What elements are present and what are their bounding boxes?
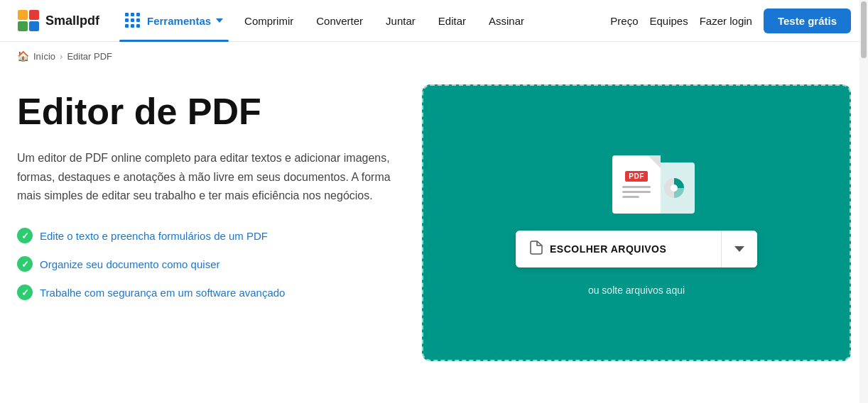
choose-files-button[interactable]: ESCOLHER ARQUIVOS: [516, 231, 722, 267]
feature-item-2: Organize seu documento como quiser: [17, 256, 394, 272]
breadcrumb-current: Editar PDF: [67, 51, 112, 62]
nav-right: Preço Equipes Fazer login Teste grátis: [610, 9, 851, 33]
check-icon-2: [17, 256, 33, 272]
left-panel: Editor de PDF Um editor de PDF online co…: [17, 84, 394, 300]
header: Smallpdf Ferramentas Comprimir Converter…: [0, 0, 868, 42]
doc-line-3: [622, 196, 639, 198]
logo-text: Smallpdf: [45, 13, 99, 28]
trial-button[interactable]: Teste grátis: [764, 9, 851, 33]
file-upload-icon: [530, 241, 543, 255]
nav-equipes[interactable]: Equipes: [649, 15, 688, 27]
doc-line-2: [622, 191, 651, 193]
ferramentas-label: Ferramentas: [147, 15, 211, 27]
pie-chart-icon: [661, 175, 687, 201]
upload-panel: PDF: [422, 84, 851, 361]
feature-item-1: Edite o texto e preencha formulários de …: [17, 228, 394, 243]
features-list: Edite o texto e preencha formulários de …: [17, 228, 394, 300]
breadcrumb: 🏠 Início › Editar PDF: [0, 42, 868, 70]
main-content: Editor de PDF Um editor de PDF online co…: [0, 70, 868, 390]
nav-comprimir[interactable]: Comprimir: [234, 11, 303, 31]
svg-rect-1: [29, 10, 39, 20]
pdf-document-icon: PDF: [612, 155, 661, 214]
drop-hint: ou solte arquivos aqui: [588, 285, 685, 296]
choose-files-dropdown[interactable]: [722, 231, 757, 267]
scrollbar[interactable]: [859, 0, 868, 390]
svg-rect-3: [29, 21, 39, 31]
logo[interactable]: Smallpdf: [17, 9, 99, 32]
scrollbar-thumb: [861, 1, 867, 58]
nav-preco[interactable]: Preço: [610, 15, 638, 27]
svg-rect-2: [18, 21, 28, 31]
dropdown-arrow-icon: [734, 246, 744, 252]
upload-icon-area: PDF: [612, 150, 661, 214]
choose-files-label: ESCOLHER ARQUIVOS: [550, 243, 666, 255]
file-icon: [530, 241, 543, 258]
svg-rect-0: [18, 10, 28, 20]
nav-editar[interactable]: Editar: [428, 11, 476, 31]
breadcrumb-separator: ›: [60, 51, 63, 62]
breadcrumb-home[interactable]: Início: [33, 51, 55, 62]
home-icon: 🏠: [17, 50, 29, 62]
check-icon-1: [17, 228, 33, 243]
nav-converter[interactable]: Converter: [306, 11, 373, 31]
doc-lines: [622, 186, 651, 198]
feature-text-1: Edite o texto e preencha formulários de …: [40, 230, 268, 242]
login-button[interactable]: Fazer login: [700, 15, 752, 27]
chevron-down-icon: [216, 18, 223, 23]
description: Um editor de PDF online completo para ed…: [17, 149, 394, 205]
feature-text-2: Organize seu documento como quiser: [40, 258, 219, 270]
nav-juntar[interactable]: Juntar: [376, 11, 425, 31]
feature-item-3: Trabalhe com segurança em um software av…: [17, 285, 394, 300]
check-icon-3: [17, 285, 33, 300]
apps-grid-icon: [125, 13, 141, 28]
choose-files-row: ESCOLHER ARQUIVOS: [516, 231, 757, 267]
main-nav: Comprimir Converter Juntar Editar Assina…: [234, 11, 534, 31]
ferramentas-button[interactable]: Ferramentas: [119, 13, 229, 28]
nav-assinar[interactable]: Assinar: [479, 11, 534, 31]
page-title: Editor de PDF: [17, 92, 394, 132]
logo-icon: [17, 9, 40, 32]
feature-text-3: Trabalhe com segurança em um software av…: [40, 287, 285, 299]
pdf-badge: PDF: [625, 171, 648, 182]
svg-point-5: [671, 184, 678, 192]
doc-line-1: [622, 186, 651, 188]
